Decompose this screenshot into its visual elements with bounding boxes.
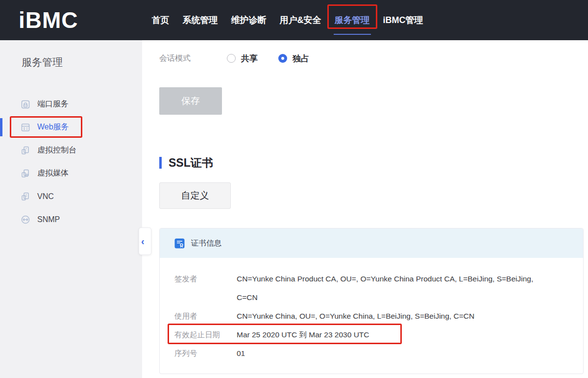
cert-row-label: 序列号 [174, 344, 237, 363]
certificate-info-panel: 证书信息 签发者 CN=Yunke China Product CA, OU=,… [159, 228, 584, 374]
nav-item-label: iBMC管理 [383, 14, 423, 26]
section-title-text: SSL证书 [169, 155, 213, 171]
save-button[interactable]: 保存 [159, 87, 222, 115]
sidebar-item-virtual-console[interactable]: 虚拟控制台 [0, 139, 142, 162]
cert-row-validity-period: 有效起止日期 Mar 25 2020 UTC 到 Mar 23 2030 UTC [174, 326, 568, 344]
certificate-panel-title: 证书信息 [191, 238, 221, 249]
main-content: 会话模式 共享 独占 保存 SSL证书 自定义 [142, 40, 588, 378]
sidebar-item-label: Web服务 [37, 122, 69, 132]
nav-item-label: 用户&安全 [280, 14, 321, 26]
page-body: 服务管理 端口服务 Web服务 虚拟控制台 [0, 40, 588, 378]
chevron-left-icon: ‹ [141, 236, 145, 247]
sidebar-item-label: SNMP [37, 215, 60, 224]
cert-row-label: 使用者 [174, 307, 237, 326]
sidebar: 服务管理 端口服务 Web服务 虚拟控制台 [0, 40, 142, 378]
nav-item-home[interactable]: 首页 [152, 0, 170, 40]
sidebar-item-label: 端口服务 [37, 99, 69, 109]
top-bar: iBMC 首页 系统管理 维护诊断 用户&安全 服务管理 iBMC管理 [0, 0, 588, 40]
ibmc-logo: iBMC [19, 7, 78, 33]
sidebar-item-port-service[interactable]: 端口服务 [0, 93, 142, 116]
active-nav-underline [334, 34, 371, 35]
cert-row-label: 有效起止日期 [174, 326, 237, 344]
sidebar-item-web-service[interactable]: Web服务 [0, 116, 142, 139]
cert-row-subject: 使用者 CN=Yunke China, OU=, O=Yunke China, … [174, 307, 568, 326]
virtual-console-icon [21, 146, 30, 155]
cert-row-value: CN=Yunke China Product CA, OU=, O=Yunke … [237, 270, 540, 307]
certificate-icon [174, 238, 185, 249]
web-service-icon [21, 123, 30, 132]
session-mode-row: 会话模式 共享 独占 [159, 53, 588, 64]
cert-row-value: Mar 25 2020 UTC 到 Mar 23 2030 UTC [237, 326, 369, 344]
cert-row-value: 01 [237, 344, 245, 363]
nav-item-ibmc-management[interactable]: iBMC管理 [383, 0, 423, 40]
sidebar-item-vnc[interactable]: VNC [0, 185, 142, 208]
snmp-icon [21, 215, 30, 225]
nav-item-maintenance-diagnosis[interactable]: 维护诊断 [231, 0, 267, 40]
nav-item-label: 维护诊断 [231, 14, 267, 26]
radio-label: 独占 [293, 53, 309, 64]
ssl-section-title: SSL证书 [159, 156, 588, 170]
section-accent-bar [159, 157, 162, 169]
sidebar-item-snmp[interactable]: SNMP [0, 208, 142, 231]
cert-row-serial-number: 序列号 01 [174, 344, 568, 363]
main-nav: 首页 系统管理 维护诊断 用户&安全 服务管理 iBMC管理 [152, 0, 423, 40]
nav-item-label: 系统管理 [183, 14, 218, 26]
cert-row-label: 签发者 [174, 270, 237, 307]
sidebar-collapse-toggle[interactable]: ‹ [139, 227, 151, 255]
sidebar-item-virtual-media[interactable]: 虚拟媒体 [0, 162, 142, 185]
nav-item-service-management[interactable]: 服务管理 [335, 0, 370, 40]
nav-item-system-management[interactable]: 系统管理 [183, 0, 218, 40]
radio-exclusive[interactable]: 独占 [278, 53, 309, 64]
sidebar-menu: 端口服务 Web服务 虚拟控制台 虚拟媒体 [0, 93, 142, 231]
radio-checked-icon[interactable] [278, 54, 287, 63]
port-service-icon [21, 100, 30, 109]
customize-button[interactable]: 自定义 [159, 182, 231, 209]
sidebar-title: 服务管理 [22, 55, 142, 69]
sidebar-item-label: 虚拟控制台 [37, 145, 76, 155]
nav-item-label: 服务管理 [335, 14, 370, 26]
cert-row-value: CN=Yunke China, OU=, O=Yunke China, L=Be… [237, 307, 474, 326]
certificate-panel-body: 签发者 CN=Yunke China Product CA, OU=, O=Yu… [160, 258, 583, 374]
cert-row-issuer: 签发者 CN=Yunke China Product CA, OU=, O=Yu… [174, 270, 568, 307]
virtual-media-icon [21, 169, 30, 178]
nav-item-user-security[interactable]: 用户&安全 [280, 0, 321, 40]
session-mode-label: 会话模式 [159, 53, 218, 64]
sidebar-item-label: VNC [37, 192, 54, 201]
vnc-icon [21, 192, 30, 202]
certificate-panel-header: 证书信息 [160, 228, 583, 258]
session-mode-radio-group: 共享 独占 [227, 53, 309, 64]
radio-shared[interactable]: 共享 [227, 53, 258, 64]
sidebar-item-label: 虚拟媒体 [37, 168, 69, 178]
radio-unchecked-icon[interactable] [227, 54, 236, 63]
radio-label: 共享 [241, 53, 258, 64]
nav-item-label: 首页 [152, 14, 170, 26]
